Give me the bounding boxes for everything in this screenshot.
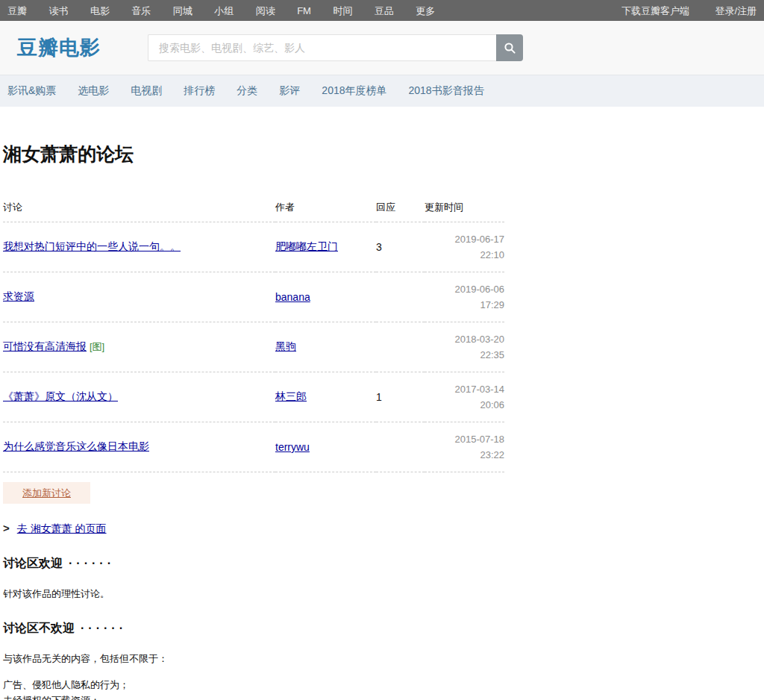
author-link[interactable]: 黑驹 [275, 340, 296, 352]
author-link[interactable]: banana [275, 291, 310, 303]
author-link[interactable]: terrywu [275, 441, 310, 453]
table-row: 可惜没有高清海报 [图] 黑驹 2018-03-20 22:35 [3, 322, 504, 372]
topbar: 豆瓣 读书 电影 音乐 同城 小组 阅读 FM 时间 豆品 更多 下载豆瓣客户端… [0, 0, 764, 21]
col-header-replies: 回应 [376, 198, 425, 222]
topbar-item-time[interactable]: 时间 [333, 5, 352, 16]
topbar-item-douban[interactable]: 豆瓣 [7, 5, 27, 16]
nav-tv-series[interactable]: 电视剧 [131, 84, 162, 98]
header: 豆瓣电影 [0, 21, 764, 75]
update-time: 2019-06-06 17:29 [425, 272, 504, 322]
unwelcome-section-heading: 讨论区不欢迎······ [3, 621, 764, 637]
topbar-item-market[interactable]: 豆品 [375, 5, 394, 16]
nav-reviews[interactable]: 影评 [279, 84, 300, 98]
update-time-text: 23:22 [425, 447, 504, 463]
topic-link[interactable]: 求资源 [3, 290, 34, 302]
update-time: 2017-03-14 20:06 [425, 372, 504, 422]
page-title: 湘女萧萧的论坛 [3, 142, 764, 166]
search-input[interactable] [148, 34, 496, 61]
welcome-section-heading: 讨论区欢迎······ [3, 556, 764, 572]
table-header-row: 讨论 作者 回应 更新时间 [3, 198, 504, 222]
reply-count [376, 322, 425, 372]
topbar-item-fm[interactable]: FM [297, 5, 311, 16]
table-row: 《萧萧》原文（沈从文） 林三郎 1 2017-03-14 20:06 [3, 372, 504, 422]
movie-navbar: 影讯&购票 选电影 电视剧 排行榜 分类 影评 2018年度榜单 2018书影音… [0, 75, 764, 107]
topbar-item-groups[interactable]: 小组 [214, 5, 234, 16]
goto-subject-page-link[interactable]: 去 湘女萧萧 的页面 [17, 522, 107, 534]
reply-count [376, 422, 425, 472]
main-content: 湘女萧萧的论坛 讨论 作者 回应 更新时间 我想对热门短评中的一些人说一句。。 … [0, 142, 764, 700]
update-time: 2015-07-18 23:22 [425, 422, 504, 472]
topbar-item-music[interactable]: 音乐 [131, 5, 151, 16]
update-time: 2018-03-20 22:35 [425, 322, 504, 372]
nav-2018-media-report[interactable]: 2018书影音报告 [409, 84, 484, 98]
search-bar [148, 34, 523, 61]
update-time-text: 22:35 [425, 347, 504, 363]
update-time-text: 17:29 [425, 297, 504, 313]
topbar-item-city[interactable]: 同城 [173, 5, 192, 16]
nav-rankings[interactable]: 排行榜 [184, 84, 215, 98]
table-row: 求资源 banana 2019-06-06 17:29 [3, 272, 504, 322]
goto-subject-line: >去 湘女萧萧 的页面 [3, 522, 764, 536]
topic-link[interactable]: 为什么感觉音乐这么像日本电影 [3, 440, 149, 452]
guideline-item: 未经授权的下载资源； [3, 693, 228, 700]
reply-count: 1 [376, 372, 425, 422]
author-link[interactable]: 肥嘟嘟左卫门 [275, 240, 338, 252]
nav-pick-movie[interactable]: 选电影 [78, 84, 109, 98]
update-time-text: 20:06 [425, 397, 504, 413]
unwelcome-intro: 与该作品无关的内容，包括但不限于： [3, 652, 764, 666]
author-link[interactable]: 林三郎 [275, 390, 307, 402]
update-date-text: 2015-07-18 [425, 431, 504, 447]
nav-2018-annual-list[interactable]: 2018年度榜单 [322, 84, 386, 98]
topbar-item-books[interactable]: 读书 [48, 5, 68, 16]
heading-dots: ······ [69, 557, 115, 569]
col-header-updated: 更新时间 [425, 198, 504, 222]
welcome-heading-text: 讨论区欢迎 [3, 557, 63, 569]
guideline-item: 广告、侵犯他人隐私的行为； [3, 677, 228, 693]
table-row: 我想对热门短评中的一些人说一句。。 肥嘟嘟左卫门 3 2019-06-17 22… [3, 222, 504, 272]
forum-topics-table: 讨论 作者 回应 更新时间 我想对热门短评中的一些人说一句。。 肥嘟嘟左卫门 3… [3, 198, 504, 472]
update-date-text: 2018-03-20 [425, 331, 504, 347]
topbar-item-movies[interactable]: 电影 [90, 5, 110, 16]
topic-link[interactable]: 可惜没有高清海报 [3, 340, 87, 352]
magnifier-icon [504, 42, 516, 54]
nav-categories[interactable]: 分类 [237, 84, 257, 98]
unwelcome-heading-text: 讨论区不欢迎 [3, 622, 75, 634]
topbar-item-read[interactable]: 阅读 [256, 5, 275, 16]
add-discussion-button[interactable]: 添加新讨论 [3, 482, 90, 504]
table-row: 为什么感觉音乐这么像日本电影 terrywu 2015-07-18 23:22 [3, 422, 504, 472]
welcome-section-body: 针对该作品的理性讨论。 [3, 587, 764, 601]
heading-dots: ······ [81, 622, 127, 634]
update-date-text: 2017-03-14 [425, 381, 504, 397]
douban-movie-logo[interactable]: 豆瓣电影 [17, 34, 101, 61]
update-time: 2019-06-17 22:10 [425, 222, 504, 272]
topbar-right: 下载豆瓣客户端 登录/注册 [599, 4, 757, 18]
reply-count: 3 [376, 222, 425, 272]
download-app-link[interactable]: 下载豆瓣客户端 [621, 5, 689, 16]
update-date-text: 2019-06-17 [425, 231, 504, 247]
topic-link[interactable]: 《萧萧》原文（沈从文） [3, 390, 118, 402]
search-button[interactable] [496, 34, 523, 61]
update-date-text: 2019-06-06 [425, 281, 504, 297]
update-time-text: 22:10 [425, 247, 504, 263]
col-header-topic: 讨论 [3, 198, 275, 222]
login-register-link[interactable]: 登录/注册 [715, 5, 757, 16]
add-discussion-link[interactable]: 添加新讨论 [22, 487, 71, 499]
image-tag: [图] [90, 341, 104, 352]
topbar-nav: 豆瓣 读书 电影 音乐 同城 小组 阅读 FM 时间 豆品 更多 [7, 4, 454, 18]
guidelines-list: 广告、侵犯他人隐私的行为； 未经授权的下载资源； 恶意引导用户，影响该作品评分公… [3, 677, 228, 700]
goto-arrow: > [3, 522, 10, 534]
reply-count [376, 272, 425, 322]
col-header-author: 作者 [275, 198, 376, 222]
nav-showtimes-tickets[interactable]: 影讯&购票 [7, 84, 56, 98]
topic-link[interactable]: 我想对热门短评中的一些人说一句。。 [3, 240, 181, 252]
topbar-item-more[interactable]: 更多 [416, 5, 435, 16]
